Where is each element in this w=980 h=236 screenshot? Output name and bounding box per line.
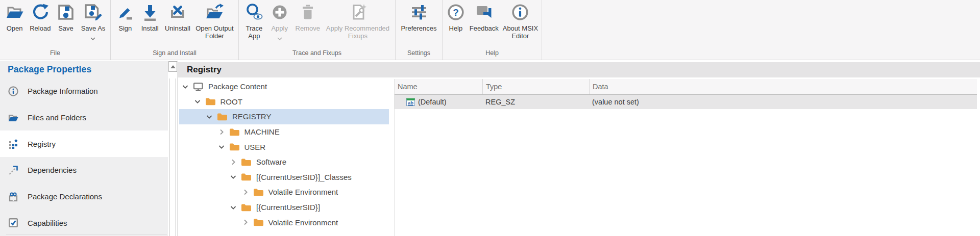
chevron-down-icon[interactable] <box>90 33 95 42</box>
capabilities-icon <box>8 217 19 228</box>
button-label: Help <box>449 24 463 32</box>
chevron-expanded-icon[interactable] <box>181 83 190 91</box>
sidebar-item-label: Registry <box>28 140 56 148</box>
preferences-icon <box>409 3 429 22</box>
chevron-expanded-icon[interactable] <box>229 203 238 212</box>
declarations-icon <box>8 191 19 202</box>
scroll-up-arrow-icon <box>170 65 176 68</box>
ribbon-group-label: Sign and Install <box>111 48 238 60</box>
ribbon-group-file: OpenReloadSaveSave AsFile <box>0 0 111 60</box>
install-button[interactable]: Install <box>140 3 160 32</box>
sidebar-item-package-information[interactable]: Package Information <box>0 78 168 104</box>
tree-item-label: Package Content <box>208 82 267 91</box>
sidebar-item-dependencies[interactable]: Dependencies <box>0 157 168 183</box>
chevron-expanded-icon[interactable] <box>217 143 227 151</box>
tree-item-label: Software <box>256 158 286 166</box>
tree-item-user[interactable]: USER <box>179 139 389 154</box>
sidebar-item-package-declarations[interactable]: Package Declarations <box>0 183 168 210</box>
ribbon-group-sign-and-install: SignInstallUninstallOpen Output FolderSi… <box>111 0 239 60</box>
monitor-icon <box>193 82 204 91</box>
apply-recommended-fixups-button[interactable]: Apply Recommended Fixups <box>326 3 390 40</box>
save-icon <box>56 3 76 22</box>
open-button[interactable]: Open <box>5 3 25 32</box>
button-label: Apply <box>271 24 288 32</box>
tree-item-software[interactable]: Software <box>179 154 389 170</box>
open-folder-icon <box>5 3 24 22</box>
sidebar-item-files-and-folders[interactable]: Files and Folders <box>0 104 168 131</box>
registry-value-row[interactable]: ab(Default)REG_SZ(value not set) <box>395 95 977 109</box>
sidebar-item-capabilities[interactable]: Capabilities <box>0 209 168 236</box>
trace-app-button[interactable]: Trace App <box>244 3 264 40</box>
scroll-up-button[interactable] <box>168 61 177 72</box>
tree-item-volatile-environment[interactable]: Volatile Environment <box>179 215 389 230</box>
column-header-data[interactable]: Data <box>589 79 977 94</box>
chevron-expanded-icon[interactable] <box>205 113 214 121</box>
chevron-down-icon[interactable] <box>277 33 282 42</box>
apply-button[interactable]: Apply <box>270 3 290 42</box>
help-icon: ? <box>446 3 465 22</box>
chevron-expanded-icon[interactable] <box>193 97 203 106</box>
ribbon-group-settings: PreferencesSettings <box>396 0 443 60</box>
folder-icon <box>253 218 264 227</box>
sidebar-item-registry[interactable]: Registry <box>0 130 168 157</box>
folder-icon <box>241 203 252 212</box>
button-label: Open <box>7 24 23 32</box>
column-header-name[interactable]: Name <box>395 79 482 94</box>
feedback-icon <box>474 3 494 22</box>
page-header-bar: Registry <box>178 62 980 77</box>
tree-item-label: [{CurrentUserSID}]_Classes <box>256 173 352 181</box>
dependencies-icon <box>8 165 19 176</box>
value-type-cell: REG_SZ <box>482 98 589 106</box>
sidebar-scrollbar[interactable] <box>168 61 178 236</box>
help-button[interactable]: ?Help <box>446 3 466 32</box>
chevron-collapsed-icon[interactable] <box>241 188 251 196</box>
about-msix-editor-button[interactable]: About MSIX Editor <box>502 3 538 40</box>
tree-item-currentusersid[interactable]: [{CurrentUserSID}] <box>179 200 389 215</box>
registry-tree: Package ContentROOTREGISTRYMACHINEUSERSo… <box>178 79 394 236</box>
scrollbar-track[interactable] <box>169 78 176 236</box>
chevron-collapsed-icon[interactable] <box>217 128 227 136</box>
column-header-type[interactable]: Type <box>482 79 589 94</box>
folder-icon <box>229 127 240 137</box>
registry-icon <box>8 138 19 149</box>
button-label: Uninstall <box>165 24 190 32</box>
button-label: Apply Recommended Fixups <box>326 24 389 40</box>
tree-item-currentusersid-classes[interactable]: [{CurrentUserSID}]_Classes <box>179 170 389 185</box>
chevron-collapsed-icon[interactable] <box>241 218 251 226</box>
main-panel: Registry Package ContentROOTREGISTRYMACH… <box>178 61 980 236</box>
tree-item-machine[interactable]: MACHINE <box>179 124 389 140</box>
sidebar-item-label: Dependencies <box>28 166 77 174</box>
button-label: Reload <box>30 24 51 32</box>
remove-button[interactable]: Remove <box>295 3 321 32</box>
sign-button[interactable]: Sign <box>115 3 135 32</box>
button-label: Preferences <box>401 24 436 32</box>
reload-button[interactable]: Reload <box>29 3 51 32</box>
value-name-cell: ab(Default) <box>395 98 482 106</box>
sidebar-divider <box>6 234 167 234</box>
save-button[interactable]: Save <box>56 3 76 32</box>
folder-icon <box>241 172 252 181</box>
uninstall-button[interactable]: Uninstall <box>164 3 191 32</box>
save-as-button[interactable]: Save As <box>81 3 106 42</box>
tree-item-package-content[interactable]: Package Content <box>179 79 389 94</box>
tree-item-root[interactable]: ROOT <box>179 94 389 110</box>
ribbon-group-label: Settings <box>396 48 442 60</box>
tree-item-volatile-environment[interactable]: Volatile Environment <box>179 185 389 200</box>
trace-app-icon <box>244 3 264 22</box>
chevron-collapsed-icon[interactable] <box>229 158 238 166</box>
sidebar-package-properties: Package Properties Package InformationFi… <box>0 61 168 236</box>
preferences-button[interactable]: Preferences <box>400 3 437 32</box>
chevron-expanded-icon[interactable] <box>229 173 238 181</box>
button-label: Feedback <box>470 24 499 32</box>
sidebar-item-label: Capabilities <box>28 219 67 227</box>
feedback-button[interactable]: Feedback <box>469 3 499 32</box>
ribbon-group-label: Trace and Fixups <box>239 48 395 60</box>
reload-icon <box>31 3 50 22</box>
button-label: Save <box>58 24 74 32</box>
open-output-folder-button[interactable]: Open Output Folder <box>195 3 234 40</box>
tree-item-label: Volatile Environment <box>268 218 338 227</box>
sidebar-item-label: Files and Folders <box>28 113 86 122</box>
tree-item-registry[interactable]: REGISTRY <box>179 109 389 124</box>
button-label: Sign <box>118 24 132 32</box>
install-icon <box>140 3 160 22</box>
